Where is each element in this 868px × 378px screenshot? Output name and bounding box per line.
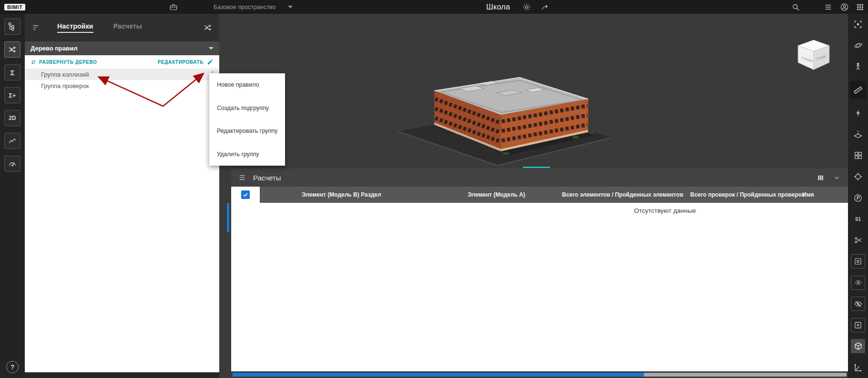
- model-settings-icon[interactable]: [851, 254, 865, 269]
- numbering-icon[interactable]: S1: [851, 212, 865, 226]
- right-toolbar: S1: [848, 14, 868, 378]
- workspace-selector[interactable]: Базовое пространство: [214, 4, 293, 10]
- list-view-icon[interactable]: [824, 3, 833, 11]
- sigma-plus-glyph: Σ+: [9, 92, 16, 99]
- measure-icon[interactable]: [850, 81, 866, 99]
- grid-tiles-icon[interactable]: [851, 148, 865, 162]
- edit-link[interactable]: Редактировать: [158, 60, 204, 65]
- column-total-checks[interactable]: Всего проверок / Пройденных проверок: [690, 191, 805, 198]
- topbar: BIMiT Базовое пространство Школа: [0, 0, 868, 14]
- calculations-title: Расчеты: [253, 174, 281, 182]
- check-icon: [242, 191, 249, 198]
- menu-item-edit-group[interactable]: Редактировать группу: [209, 119, 285, 143]
- viewport-3d[interactable]: Справа Сзади Расчеты: [219, 14, 848, 378]
- tree-item-checks-group[interactable]: Группа проверок: [25, 80, 219, 91]
- clear-selection-icon[interactable]: [851, 318, 865, 332]
- table-header: Элемент (Модель B) Раздел Элемент (Модел…: [231, 187, 848, 203]
- rules-tree-title: Дерево правил: [31, 45, 77, 52]
- search-icon[interactable]: [791, 2, 800, 11]
- section-plane-icon[interactable]: [851, 127, 865, 141]
- account-icon[interactable]: [840, 2, 849, 11]
- walk-mode-icon[interactable]: [851, 60, 865, 74]
- menu-item-delete-group[interactable]: Удалить группу: [209, 143, 285, 166]
- rules-tree: Развернуть дерево Редактировать Группа к…: [25, 55, 219, 372]
- column-section[interactable]: Раздел: [361, 191, 381, 198]
- chart-line-icon[interactable]: [4, 133, 20, 149]
- tab-settings[interactable]: Настройки: [57, 22, 93, 33]
- orbit-icon[interactable]: [851, 39, 865, 53]
- apps-grid-icon[interactable]: [856, 3, 864, 11]
- shuffle-icon[interactable]: [203, 23, 213, 32]
- left-toolbar: Σ Σ+ 2D ?: [0, 14, 25, 378]
- hide-eye-off-icon[interactable]: [851, 297, 865, 311]
- tree-item-label: Группа проверок: [41, 82, 89, 90]
- collisions-shuffle-icon[interactable]: [4, 41, 20, 58]
- table-body: Отсутствуют данные: [231, 203, 848, 371]
- menu-item-create-subgroup[interactable]: Создать подгруппу: [209, 97, 285, 120]
- menu-item-new-rule[interactable]: Новое правило: [209, 73, 285, 97]
- horizontal-scrollbar-thumb[interactable]: [233, 373, 644, 377]
- properties-p-icon[interactable]: [851, 191, 865, 205]
- column-total-elements[interactable]: Всего элементов / Пройденных элементов: [562, 191, 683, 198]
- sigma-glyph: Σ: [10, 69, 14, 77]
- pencil-icon[interactable]: [207, 59, 214, 65]
- sigma-icon[interactable]: Σ: [4, 64, 20, 80]
- two-d-view-icon[interactable]: 2D: [4, 110, 20, 126]
- select-all-checkbox[interactable]: [241, 190, 250, 199]
- panel-drag-handle[interactable]: [523, 167, 550, 168]
- calculations-header: Расчеты: [231, 169, 848, 187]
- clash-flash-icon[interactable]: [851, 106, 865, 120]
- columns-icon[interactable]: [817, 174, 825, 181]
- help-glyph: ?: [10, 363, 15, 371]
- collapse-caret-icon: [209, 47, 214, 50]
- tree-item-label: Группа коллизий: [41, 71, 89, 78]
- settings-panel: Настройки Расчеты Дерево правил Разверну…: [25, 14, 219, 378]
- focus-target-icon[interactable]: [851, 169, 865, 184]
- expand-tree-label: Развернуть дерево: [39, 60, 97, 65]
- column-name[interactable]: Имя: [802, 191, 814, 198]
- help-button[interactable]: ?: [6, 361, 19, 373]
- rules-tree-section[interactable]: Дерево правил: [25, 41, 219, 55]
- settings-gear-icon[interactable]: [522, 3, 531, 11]
- building-model: [397, 70, 613, 168]
- gauge-icon[interactable]: [4, 156, 20, 172]
- panel-tabs-header: Настройки Расчеты: [25, 14, 219, 41]
- model-tree-icon[interactable]: [4, 19, 20, 35]
- project-title: Школа: [486, 3, 510, 11]
- tree-item-collisions-group[interactable]: Группа коллизий: [25, 69, 219, 80]
- column-element-b[interactable]: Элемент (Модель B): [302, 191, 359, 198]
- filter-sort-icon[interactable]: [31, 24, 40, 31]
- view-cube[interactable]: Справа Сзади: [794, 38, 834, 76]
- app-logo: BIMiT: [4, 4, 25, 10]
- horizontal-scrollbar-track[interactable]: [233, 373, 847, 377]
- empty-state-text: Отсутствуют данные: [634, 207, 696, 214]
- fit-view-icon[interactable]: [851, 17, 865, 31]
- sigma-plus-icon[interactable]: Σ+: [4, 87, 20, 103]
- share-icon[interactable]: [541, 3, 550, 11]
- workspace-label: Базовое пространство: [214, 4, 276, 10]
- cut-scissors-icon[interactable]: [851, 233, 865, 248]
- show-eye-icon[interactable]: [851, 276, 865, 290]
- chevron-down-icon: [288, 6, 293, 8]
- two-d-glyph: 2D: [9, 115, 16, 121]
- calculations-panel: Расчеты Элемент (Модель B) Раздел Элемен…: [231, 169, 848, 378]
- expand-arrows-icon: [31, 59, 36, 65]
- projects-briefcase-icon[interactable]: [169, 3, 178, 11]
- panel-footer: [25, 372, 219, 378]
- collapse-chevron-icon[interactable]: [833, 174, 840, 181]
- selection-cube-icon[interactable]: [851, 339, 865, 353]
- expand-tree-link[interactable]: Развернуть дерево: [31, 59, 97, 65]
- column-element-a[interactable]: Элемент (Модель A): [468, 191, 525, 198]
- checkbox-cell: [231, 187, 260, 203]
- axes-icon[interactable]: [851, 360, 865, 375]
- tree-actions-row: Развернуть дерево Редактировать: [25, 55, 219, 69]
- vertical-scrollbar[interactable]: [227, 203, 229, 232]
- tab-calculations[interactable]: Расчеты: [113, 22, 142, 33]
- context-menu: Новое правило Создать подгруппу Редактир…: [209, 73, 285, 166]
- panel-menu-icon[interactable]: [238, 174, 246, 181]
